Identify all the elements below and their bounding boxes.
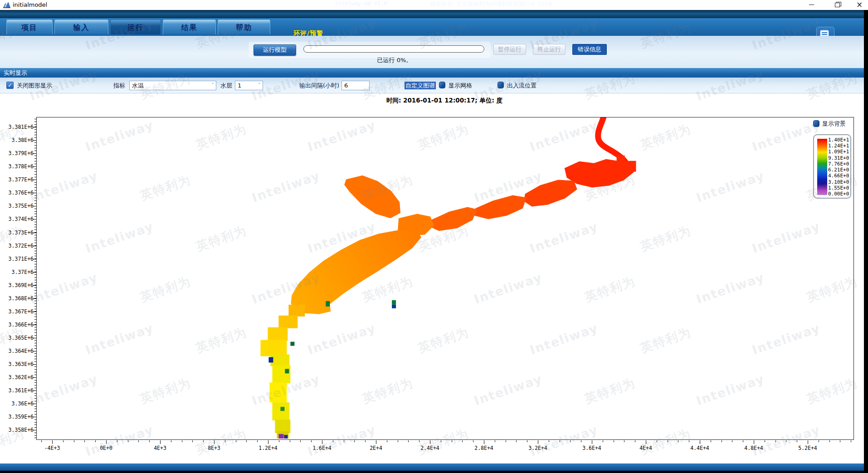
y-minor-tick [34, 209, 36, 209]
y-minor-tick [34, 369, 36, 370]
run-model-button[interactable]: 运行模型 [254, 44, 296, 56]
x-minor-tick [851, 440, 851, 442]
x-minor-tick [128, 440, 128, 442]
x-minor-tick [138, 440, 139, 442]
legend-labels: 1.40E+11.24E+11.09E+19.31E+07.76E+06.21E… [828, 137, 851, 197]
x-minor-tick [462, 440, 463, 442]
x-minor-tick [689, 440, 689, 442]
x-tick-label: 8E+3 [195, 445, 233, 451]
y-minor-tick [34, 309, 36, 309]
y-minor-tick [34, 203, 36, 204]
y-minor-tick [34, 393, 36, 394]
watermark-text: 英特利为 [0, 222, 27, 255]
x-tick-label: -4E+3 [33, 445, 71, 451]
x-minor-tick [149, 440, 150, 442]
y-minor-tick [34, 364, 36, 365]
y-minor-tick [34, 293, 36, 293]
show-grid-label: 显示网格 [449, 82, 472, 89]
y-minor-tick [34, 303, 36, 304]
y-minor-tick [34, 438, 36, 438]
x-minor-tick [387, 440, 387, 442]
y-minor-tick [34, 280, 36, 280]
tab-result[interactable]: 结果 [163, 20, 216, 34]
x-minor-tick [214, 440, 215, 442]
y-minor-tick [34, 248, 36, 249]
close-button[interactable]: × [852, 0, 867, 10]
y-minor-tick [34, 356, 36, 356]
water-body-segment [474, 195, 527, 219]
y-minor-tick [34, 122, 36, 122]
minimize-button[interactable] [804, 0, 819, 10]
interval-input[interactable]: 6 [341, 81, 370, 90]
y-minor-tick [34, 417, 36, 417]
x-minor-tick [236, 440, 236, 442]
tab-project[interactable]: 项目 [6, 20, 53, 34]
indicator-dropdown[interactable]: 水温 ˇ [129, 81, 216, 90]
y-tick-label: 3.377E+6 [0, 176, 34, 183]
south-branch-segment [272, 365, 290, 383]
tab-run[interactable]: 运行 [110, 20, 161, 34]
inout-flow-checkbox[interactable] [497, 82, 504, 88]
show-grid-checkbox[interactable] [439, 82, 445, 88]
layer-value: 1 [238, 82, 241, 89]
realtime-panel-header: 实时显示 [0, 68, 864, 78]
y-minor-tick [34, 306, 36, 307]
desktop-edge [864, 10, 868, 473]
y-minor-tick [34, 219, 36, 219]
y-minor-tick [34, 272, 36, 272]
show-background-checkbox[interactable] [813, 120, 819, 127]
south-branch-segment [270, 355, 289, 366]
y-minor-tick [34, 174, 36, 175]
run-progress-bar [303, 45, 484, 53]
y-minor-tick [34, 419, 36, 420]
y-minor-tick [34, 200, 36, 201]
y-minor-tick [34, 390, 36, 391]
desktop-edge [0, 471, 868, 473]
restore-button[interactable] [829, 0, 844, 10]
x-minor-tick [603, 440, 603, 442]
x-tick-label: 1.2E+4 [249, 445, 287, 451]
x-minor-tick [797, 440, 797, 442]
y-minor-tick [34, 324, 36, 325]
y-minor-tick [34, 182, 36, 183]
x-minor-tick [657, 440, 657, 442]
x-minor-tick [754, 440, 754, 442]
y-minor-tick [34, 238, 36, 238]
x-minor-tick [538, 440, 538, 442]
x-minor-tick [495, 440, 495, 442]
x-minor-tick [819, 440, 819, 442]
y-minor-tick [34, 388, 36, 388]
x-minor-tick [160, 440, 161, 442]
pause-run-button[interactable]: 暂停运行 [493, 44, 526, 55]
y-tick-label: 3.379E+6 [0, 150, 34, 156]
progress-status-text: 已运行 0%。 [317, 56, 472, 64]
y-tick-label: 3.372E+6 [0, 243, 34, 249]
y-minor-tick [34, 264, 36, 264]
stop-run-button[interactable]: 终止运行 [533, 44, 566, 55]
y-minor-tick [34, 235, 36, 235]
layer-dropdown[interactable]: 1 ˇ [235, 81, 263, 90]
y-minor-tick [34, 359, 36, 359]
y-minor-tick [34, 258, 36, 259]
cold-cell [285, 369, 289, 373]
y-tick-label: 3.366E+6 [0, 322, 34, 328]
tab-strip: 项目 输入 运行 结果 帮助 环评/预警 [0, 18, 864, 36]
custom-legend-link[interactable]: 自定义图谱 [405, 82, 436, 89]
error-info-button[interactable]: 错误信息 [572, 44, 607, 55]
y-minor-tick [34, 195, 36, 196]
tab-help[interactable]: 帮助 [218, 20, 270, 34]
y-minor-tick [34, 214, 36, 214]
x-minor-tick [311, 440, 312, 442]
y-tick-label: 3.362E+6 [0, 374, 34, 380]
x-minor-tick [711, 440, 711, 442]
y-minor-tick [34, 319, 36, 320]
ribbon-top-band [0, 10, 864, 18]
close-graphics-checkbox[interactable]: ✓ [6, 82, 14, 89]
y-minor-tick [34, 169, 36, 169]
tab-input[interactable]: 输入 [54, 20, 108, 34]
y-tick-label: 3.375E+6 [0, 203, 34, 209]
y-minor-tick [34, 119, 36, 119]
x-minor-tick [786, 440, 786, 442]
copyright-text: 版权所有: 北京英特利为环境科技有限公司 2018 [430, 0, 552, 8]
x-minor-tick [516, 440, 517, 442]
